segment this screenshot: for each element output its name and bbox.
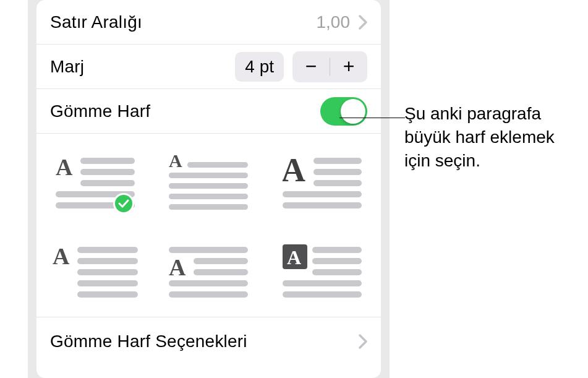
svg-text:A: A [56,154,73,180]
svg-rect-13 [313,158,362,164]
svg-rect-10 [169,194,248,199]
svg-rect-1 [80,158,135,164]
dropcap-style-1[interactable]: A [50,151,140,213]
settings-panel-container: Satır Aralığı 1,00 Marj 4 pt − + G [28,0,390,378]
dropcap-options-row[interactable]: Gömme Harf Seçenekleri [36,317,381,366]
checkmark-icon [113,193,134,214]
svg-rect-36 [283,291,362,298]
svg-text:A: A [169,254,186,280]
svg-rect-32 [312,247,362,253]
svg-rect-19 [77,247,138,253]
line-spacing-row[interactable]: Satır Aralığı 1,00 [36,0,381,45]
svg-rect-17 [283,202,362,208]
line-spacing-value-group: 1,00 [317,12,368,32]
chevron-right-icon [359,15,367,30]
svg-rect-14 [313,169,362,175]
dropcap-style-4[interactable]: A [50,240,140,302]
line-spacing-value: 1,00 [317,12,351,32]
svg-rect-3 [80,180,135,186]
dropcap-style-5[interactable]: A [164,240,254,302]
callout-leader-line [339,118,405,118]
svg-rect-22 [77,280,138,286]
svg-rect-15 [313,180,362,186]
svg-rect-9 [169,183,248,189]
callout-text: Şu anki paragrafa büyük harf eklemek içi… [404,102,584,172]
margin-decrease-button[interactable]: − [292,51,330,82]
svg-rect-35 [283,280,362,286]
svg-text:A: A [283,154,305,189]
margin-stepper: − + [292,51,367,82]
dropcap-style-6[interactable]: A [277,240,367,302]
line-spacing-label: Satır Aralığı [50,12,142,32]
svg-rect-28 [169,280,248,286]
svg-rect-2 [80,169,135,175]
svg-text:A: A [287,246,301,268]
svg-rect-26 [194,258,248,264]
margin-controls: 4 pt − + [235,51,367,82]
margin-increase-button[interactable]: + [330,51,367,82]
margin-row: Marj 4 pt − + [36,45,381,89]
svg-rect-11 [169,204,248,210]
chevron-right-icon [359,334,367,349]
dropcap-style-2[interactable]: A [164,151,254,213]
margin-label: Marj [50,57,84,77]
toggle-knob [341,99,365,124]
dropcap-toggle[interactable] [320,97,367,126]
svg-rect-21 [77,269,138,275]
svg-rect-27 [194,269,248,275]
svg-rect-16 [283,191,362,197]
svg-rect-33 [312,258,362,264]
svg-text:A: A [53,243,70,269]
svg-rect-24 [169,247,248,253]
svg-rect-34 [312,269,362,275]
svg-rect-23 [77,291,138,298]
dropcap-label: Gömme Harf [50,101,150,121]
margin-value[interactable]: 4 pt [235,52,284,82]
dropcap-options-label: Gömme Harf Seçenekleri [50,332,247,351]
svg-text:A: A [169,152,182,171]
dropcap-row: Gömme Harf [36,89,381,134]
settings-panel: Satır Aralığı 1,00 Marj 4 pt − + G [36,0,381,378]
dropcap-style-grid: A A [36,134,381,317]
svg-rect-20 [77,258,138,264]
svg-rect-7 [187,162,248,168]
svg-rect-29 [169,291,248,298]
dropcap-style-3[interactable]: A [277,151,367,213]
svg-rect-8 [169,173,248,178]
